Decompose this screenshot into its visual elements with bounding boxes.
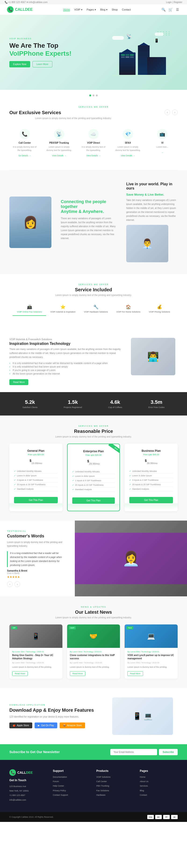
connecting-section: 👩 Connecting the people together Anytime… bbox=[0, 170, 187, 274]
mastercard-icon: MC bbox=[155, 815, 162, 819]
service-link-3[interactable]: View Details → bbox=[121, 154, 135, 157]
footer-contact-email: info@calldee.com bbox=[9, 798, 47, 802]
tab-fax[interactable]: 📠 VOIP Online Fax Solutions bbox=[12, 302, 46, 316]
service-link-1[interactable]: View Details → bbox=[52, 154, 66, 157]
copyright: © Copyright Calldee 2019. All Rights Res… bbox=[9, 816, 54, 818]
menu-icon[interactable]: ☰ bbox=[175, 7, 180, 12]
nav-pages[interactable]: Pages ▾ bbox=[87, 8, 96, 11]
testi-next-arrow[interactable]: › bbox=[14, 581, 20, 587]
footer-grid: 📞 CALLDEE Get In Touch 123 Business Ave … bbox=[9, 769, 178, 803]
topbar-auth[interactable]: Login | Register bbox=[166, 1, 182, 3]
hero-dot-3[interactable] bbox=[96, 95, 98, 96]
service-link-4[interactable]: → bbox=[161, 151, 163, 154]
learn-more-button[interactable]: Learn More bbox=[32, 61, 52, 67]
tab-home[interactable]: 🏠 VOIP For Home Solutions bbox=[112, 302, 145, 316]
cart-icon[interactable]: 🛒 bbox=[168, 7, 173, 12]
nav-blog[interactable]: Blog ▾ bbox=[100, 8, 107, 11]
stat-clients-number: 5.2k bbox=[23, 399, 38, 405]
footer-link-blog[interactable]: Blog bbox=[140, 789, 178, 792]
footer-link-home[interactable]: Home bbox=[140, 775, 178, 779]
newsletter-email-input[interactable] bbox=[110, 749, 157, 755]
pricing-grid: General Plan Free upto $20.00 $19.99/mo … bbox=[9, 443, 178, 511]
plan-general-price: $19.99/mo bbox=[14, 459, 58, 466]
nav-shop[interactable]: Shop bbox=[112, 8, 118, 11]
service-name-0: Call Center bbox=[12, 142, 38, 144]
newsletter-subscribe-button[interactable]: Subscribe bbox=[159, 749, 178, 755]
service-link-0[interactable]: Go Details → bbox=[19, 154, 31, 157]
footer-bottom: © Copyright Calldee 2019. All Rights Res… bbox=[0, 812, 187, 822]
hero-dot-2[interactable] bbox=[93, 95, 94, 96]
visa-icon: VISA bbox=[147, 815, 154, 819]
news-read-btn-2[interactable]: Read More bbox=[127, 671, 143, 676]
plan-enterprise-btn[interactable]: Get This Plan bbox=[72, 497, 115, 504]
footer-link-pbx[interactable]: PBX Trunking bbox=[96, 784, 134, 787]
footer-link-privacy[interactable]: Privacy Policy bbox=[53, 789, 91, 792]
connecting-title: Connecting the people together Anytime &… bbox=[61, 199, 117, 214]
testi-prev-arrow[interactable]: ‹ bbox=[7, 581, 12, 587]
tech-content: VOIP Asterisk & Freeswitch Solutions Ins… bbox=[9, 338, 124, 385]
pricing-subtitle: Lorem ipsum is simply dummy text of the … bbox=[35, 435, 152, 438]
nav-home[interactable]: Home bbox=[63, 8, 70, 11]
footer-link-services[interactable]: Services bbox=[140, 784, 178, 787]
tab-pricing[interactable]: 💰 VOIP Pricing Solutions bbox=[145, 302, 175, 316]
footer-link-contact[interactable]: Contact bbox=[140, 794, 178, 797]
plan-enterprise-feature-4: Standard Analysis bbox=[72, 487, 115, 492]
footer-link-fax[interactable]: Fax Solutions bbox=[96, 789, 134, 792]
hardware-icon: 🔧 bbox=[84, 304, 108, 310]
news-meta-0: By Lorem Web / Technology / 2019-00 bbox=[12, 662, 60, 664]
testimonials-desc: Lorem ipsum is simply dummy text of the … bbox=[7, 540, 68, 548]
plan-business-feature-2: 3 inputs & 3 SIP Trunkliness bbox=[129, 478, 173, 483]
service-name-3: SFAX bbox=[115, 142, 141, 144]
tech-image: 👨‍💻 bbox=[131, 338, 178, 375]
tab-hardware[interactable]: 🔧 VOIP Hardware Solutions bbox=[80, 302, 112, 316]
read-more-button[interactable]: Read More bbox=[9, 379, 28, 385]
fax-icon: 📠 bbox=[17, 304, 42, 310]
testimonials-content: Testimonial Customer's Words Lorem ipsum… bbox=[0, 521, 75, 596]
testimonials-quote: It is a long established fact that a rea… bbox=[7, 551, 68, 567]
prev-arrow[interactable]: ‹ bbox=[164, 110, 170, 115]
footer-link-hardware[interactable]: Hardware bbox=[96, 794, 134, 797]
footer-link-help[interactable]: Help Center bbox=[53, 784, 91, 787]
news-image-2: 💻 Tech bbox=[125, 624, 178, 648]
footer-link-forum[interactable]: Forum bbox=[53, 780, 91, 783]
service-desc-1: Lorem ipsum is simply dummy text for typ… bbox=[46, 146, 72, 152]
news-read-btn-0[interactable]: Read More bbox=[12, 671, 28, 676]
service-link-2[interactable]: View Details → bbox=[87, 154, 101, 157]
plan-enterprise-features: Unlimited Monthly Minutes Lorem in dolor… bbox=[72, 470, 115, 492]
footer-link-docs[interactable]: Documentation bbox=[53, 775, 91, 779]
footer-link-support[interactable]: Contact Support bbox=[53, 794, 91, 797]
plan-enterprise-badge: Best bbox=[108, 443, 120, 455]
nav-contact[interactable]: Contact bbox=[122, 8, 131, 11]
hero-dot-1[interactable] bbox=[89, 95, 91, 96]
service-included-subtitle: Lorem ipsum is simply dummy text of the … bbox=[35, 294, 152, 297]
tech-list-item-0: It is only established fact that a reade… bbox=[9, 362, 124, 365]
news-read-btn-1[interactable]: Read More bbox=[70, 671, 86, 676]
nav-voip[interactable]: VOIP ▾ bbox=[74, 8, 82, 11]
footer-link-voip[interactable]: VOIP Solutions bbox=[96, 775, 134, 779]
next-arrow[interactable]: › bbox=[172, 110, 178, 115]
news-title: Our Latest News bbox=[9, 610, 178, 615]
search-icon[interactable]: 🔍 bbox=[161, 7, 166, 12]
app-content: Download Application Download App & Enjo… bbox=[9, 704, 105, 728]
google-play-button[interactable]: ▶ Get On Play bbox=[35, 722, 57, 728]
tech-text: There are many variations of passages of… bbox=[9, 347, 124, 359]
plan-general-btn[interactable]: Get This Plan bbox=[14, 497, 58, 503]
footer-link-callcenter[interactable]: Call Center bbox=[96, 780, 134, 783]
footer-link-about[interactable]: About Us bbox=[140, 780, 178, 783]
services-subtitle: Lorem ipsum is simply dummy text of the … bbox=[35, 117, 152, 120]
stat-clients: 5.2k Satisfied Clients bbox=[23, 399, 38, 408]
news-category-0: By Lorem Web / Technology / 2019-01 bbox=[12, 651, 60, 653]
news-excerpt-2: Lorem ipsum is dummy text of the printin… bbox=[127, 665, 175, 669]
plan-general: General Plan Free upto $20.00 $19.99/mo … bbox=[9, 443, 62, 511]
tab-asterisk[interactable]: ⭐ VOIP Asterisk & Inspiration bbox=[46, 302, 80, 316]
amex-icon: AE bbox=[171, 815, 178, 819]
plan-business-btn[interactable]: Get This Plan bbox=[129, 497, 173, 503]
pricing-title: Reasonable Price bbox=[9, 429, 178, 434]
explore-button[interactable]: Explore Now bbox=[9, 61, 30, 67]
stat-projects: 1.5k Projects Registered bbox=[64, 399, 82, 408]
amazon-store-button[interactable]: 📦 Amazon Store bbox=[60, 722, 85, 728]
apple-store-button[interactable]: 🍎 Apple Store bbox=[9, 722, 32, 728]
man-calling-image: 👨‍💼 bbox=[126, 225, 168, 262]
plan-general-name: General Plan bbox=[14, 449, 58, 453]
service-name-2: VOIP Direct bbox=[81, 142, 106, 144]
